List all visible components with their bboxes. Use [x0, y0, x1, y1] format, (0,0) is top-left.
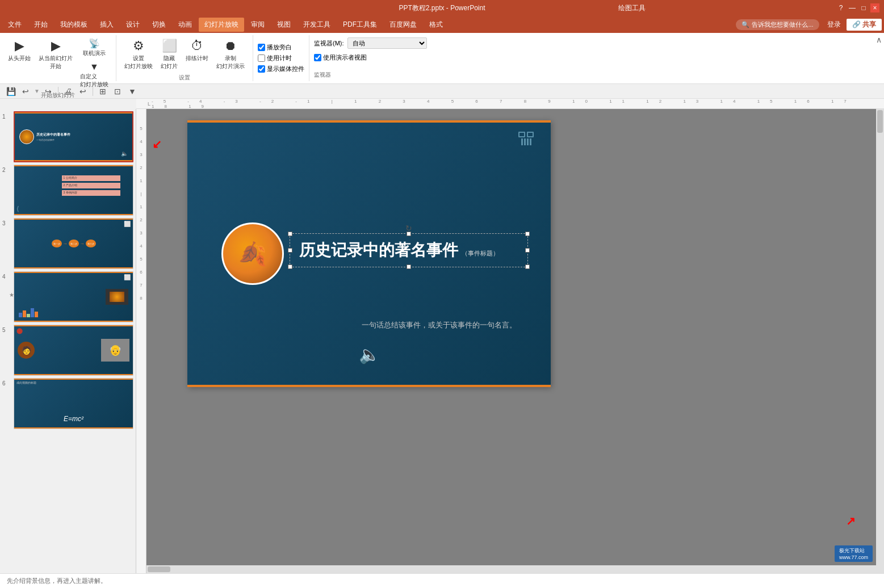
handle-tl[interactable]: [288, 232, 292, 236]
title-bar-title: PPT教程2.pptx - PowerPoint: [399, 3, 485, 13]
canvas-area: 54321 | 12345678: [136, 109, 884, 573]
presenter-view-checkbox[interactable]: 使用演示者视图: [314, 53, 367, 62]
slide-top-decoration: [187, 120, 551, 123]
menu-template[interactable]: 我的模板: [55, 18, 93, 32]
window-help-btn[interactable]: ?: [836, 3, 845, 12]
online-icon: 📡: [89, 38, 100, 49]
online-label: 联机演示: [83, 49, 106, 57]
slide-thumb-1[interactable]: 历史记录中的著名事件 一句话总结该事件 🔈: [14, 111, 133, 162]
menu-search-box[interactable]: 🔍 告诉我您想要做什么...: [736, 19, 819, 30]
menu-developer[interactable]: 开发工具: [298, 18, 336, 32]
slide-item-4[interactable]: 4 ★: [2, 271, 133, 322]
from-current-icon: ▶: [51, 39, 61, 53]
menu-slideshow[interactable]: 幻灯片放映: [199, 18, 244, 32]
ribbon-collapse-btn[interactable]: ∧: [876, 35, 882, 44]
slide-item-1[interactable]: 1 历史记录中的著名事件 一句话总结该事件 🔈: [2, 111, 133, 162]
slide-main-title: 历史记录中的著名事件: [299, 240, 458, 261]
slide-thumb-2[interactable]: 1 公司简介 2 产品介绍 3 举例内容 ⟨: [14, 165, 133, 216]
menu-animation[interactable]: 动画: [173, 18, 198, 32]
slide-thumb-3[interactable]: 第一步 → 第二步 → 第三步 ⬜: [14, 218, 133, 269]
slide-item-2[interactable]: 2 1 公司简介 2 产品介绍 3 举例内容 ⟨: [2, 165, 133, 216]
record-label: 录制幻灯片演示: [216, 54, 245, 70]
ribbon: ▶ 从头开始 ▶ 从当前幻灯片开始 📡 联机演示 ▼ 自定义幻灯片放映 开始放幻…: [0, 33, 884, 84]
online-present-button[interactable]: 📡 联机演示: [77, 36, 111, 59]
window-close-btn[interactable]: ×: [870, 3, 879, 12]
start2-btn[interactable]: ⊡: [111, 85, 124, 98]
slide-thumb-6[interactable]: 成此视频的标题 E=mc²: [14, 378, 133, 429]
from-start-icon: ▶: [15, 39, 24, 53]
rehearse-button[interactable]: ⏱ 排练计时: [182, 36, 212, 65]
slide-subtitle: 一句话总结该事件，或关于该事件的一句名言。: [362, 320, 517, 330]
setup-section-label: 设置: [179, 74, 190, 82]
monitor-section-label: 监视器: [314, 71, 427, 79]
slide-circle-image: 🍂: [221, 222, 284, 285]
slide-title-tag: （事件标题）: [462, 249, 499, 258]
from-start-label: 从头开始: [8, 54, 31, 62]
slide-background: 🍂 ↻ 历史记录中的著名事件: [187, 120, 551, 387]
slide-item-5[interactable]: 5 🧑 👴 ⬤: [2, 325, 133, 376]
slide-number-5: 5: [2, 325, 11, 333]
scrollbar-thumb-h[interactable]: [148, 566, 170, 572]
menu-file[interactable]: 文件: [2, 18, 27, 32]
slide-top-right-icon: [518, 132, 534, 145]
menu-format[interactable]: 格式: [424, 18, 449, 32]
notes-text: 先介绍背景信息，再进入主题讲解。: [7, 577, 107, 585]
slide-audio-icon[interactable]: 🔈: [359, 345, 380, 364]
handle-tr[interactable]: [525, 232, 530, 236]
use-timing-checkbox[interactable]: 使用计时: [258, 54, 304, 62]
from-start-button[interactable]: ▶ 从头开始: [5, 36, 34, 65]
slide-title-container: 历史记录中的著名事件 （事件标题）: [299, 240, 518, 261]
rotate-handle[interactable]: ↻: [405, 224, 412, 230]
menu-login-btn[interactable]: 登录: [827, 20, 841, 30]
slide-item-3[interactable]: 3 第一步 → 第二步 → 第三步 ⬜: [2, 218, 133, 269]
handle-ml[interactable]: [288, 248, 292, 253]
custom-show-button[interactable]: ▼ 自定义幻灯片放映: [77, 60, 111, 90]
menu-design[interactable]: 设计: [120, 18, 145, 32]
start-section-label: 开始放幻灯片: [41, 91, 75, 99]
show-media-checkbox[interactable]: 显示媒体控件: [258, 65, 304, 73]
slide-number-1: 1: [2, 111, 11, 120]
custom2-btn[interactable]: ▼: [126, 85, 139, 98]
menu-share-btn[interactable]: 🔗 共享: [847, 19, 882, 31]
menu-home[interactable]: 开始: [28, 18, 53, 32]
rehearse-icon: ⏱: [191, 39, 203, 53]
handle-bl[interactable]: [288, 264, 292, 269]
slide-thumb-4[interactable]: ⬜: [14, 271, 133, 322]
presenter-view-label: 使用演示者视图: [323, 53, 367, 62]
slide-title-textbox[interactable]: ↻ 历史记录中的著名事件 （事件标题）: [290, 233, 528, 267]
menu-review[interactable]: 审阅: [245, 18, 270, 32]
monitor-label: 监视器(M):: [314, 39, 344, 48]
menu-pdf[interactable]: PDF工具集: [337, 18, 383, 32]
drawing-tools-label: 绘图工具: [618, 3, 646, 13]
menu-view[interactable]: 视图: [271, 18, 296, 32]
vertical-scrollbar[interactable]: [876, 109, 884, 573]
slide-thumb-5[interactable]: 🧑 👴 ⬤: [14, 325, 133, 376]
slide-number-6: 6: [2, 378, 11, 387]
menu-insert[interactable]: 插入: [94, 18, 119, 32]
setup-show-button[interactable]: ⚙ 设置幻灯片放映: [121, 36, 156, 73]
monitor-select[interactable]: 自动: [347, 37, 427, 49]
window-minimize-btn[interactable]: —: [848, 3, 857, 12]
scrollbar-thumb-v[interactable]: [877, 110, 883, 133]
handle-bc[interactable]: [407, 264, 411, 269]
use-timing-label: 使用计时: [267, 54, 292, 62]
window-maximize-btn[interactable]: □: [859, 3, 868, 12]
play-narration-checkbox[interactable]: 播放旁白: [258, 43, 304, 52]
handle-br[interactable]: [525, 264, 530, 269]
record-button[interactable]: ⏺ 录制幻灯片演示: [213, 36, 248, 73]
search-placeholder: 告诉我您想要做什么...: [752, 20, 813, 29]
hide-label: 隐藏幻灯片: [161, 54, 178, 70]
handle-mr[interactable]: [525, 248, 530, 253]
menu-transition[interactable]: 切换: [146, 18, 171, 32]
hide-slide-button[interactable]: ⬜ 隐藏幻灯片: [157, 36, 181, 73]
slide-item-6[interactable]: 6 成此视频的标题 E=mc²: [2, 378, 133, 429]
from-current-button[interactable]: ▶ 从当前幻灯片开始: [35, 36, 76, 73]
setup-label: 设置幻灯片放映: [124, 54, 153, 70]
notes-bar: 先介绍背景信息，再进入主题讲解。: [0, 573, 884, 588]
menu-baidu[interactable]: 百度网盘: [384, 18, 422, 32]
horizontal-scrollbar-area[interactable]: [146, 565, 876, 573]
handle-tc[interactable]: [407, 232, 411, 236]
ruler-marks: -5 -4 -3 -2 -1 | 1 2 3 4 5 6 7 8 9 10 11…: [152, 99, 884, 109]
ribbon-section-monitor: 监视器(M): 自动 使用演示者视图 监视器: [309, 35, 431, 81]
hide-icon: ⬜: [162, 39, 177, 53]
